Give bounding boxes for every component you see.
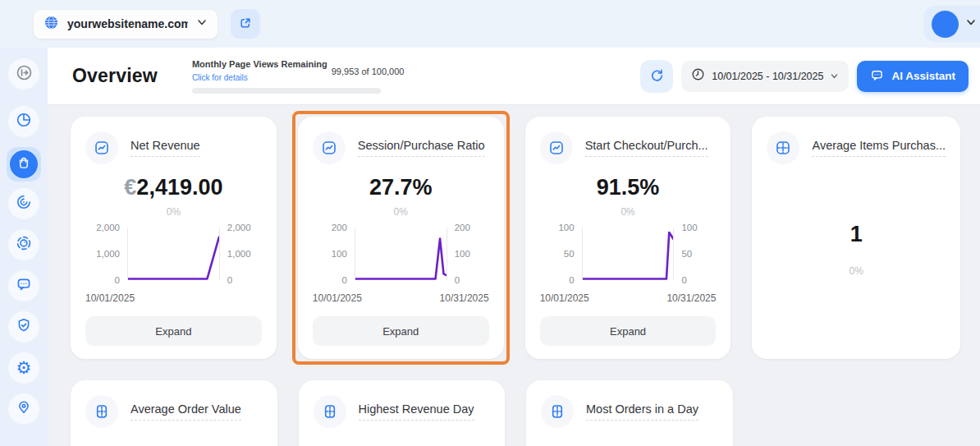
site-name: yourwebsitename.com [67, 17, 188, 30]
kpi-grid-row1: Net Revenue €2,419.00 0% 2,0001,0000 2,0… [71, 117, 960, 359]
y-axis-ticks-left: 2001000 [313, 222, 347, 286]
sidebar-item-performance[interactable] [8, 188, 39, 219]
y-axis-ticks-left: 2,0001,0000 [85, 222, 120, 286]
mini-chart: 100500 100500 10/01/202510/31/2025 [540, 228, 717, 304]
app-window: yourwebsitename.com [0, 0, 980, 446]
kpi-delta: 0% [540, 206, 717, 218]
chart-plot [355, 228, 447, 280]
kpi-value: 1 [767, 222, 946, 247]
card-net-revenue: Net Revenue €2,419.00 0% 2,0001,0000 2,0… [71, 117, 277, 359]
chevron-down-icon [196, 16, 208, 31]
kpi-grid-row2: Average Order Value Highest Revenue Day … [71, 380, 960, 446]
table-grid-icon [541, 395, 574, 428]
quota-progress-bar [192, 88, 381, 94]
table-grid-icon [314, 395, 346, 428]
card-most-orders-in-a-day: Most Orders in a Day [526, 380, 733, 446]
x-axis-labels: 10/01/202510/31/2025 [540, 292, 717, 304]
gauge-icon [16, 194, 32, 214]
open-site-button[interactable] [231, 9, 260, 39]
card-title[interactable]: Average Items Purchas... [812, 139, 946, 157]
page-views-quota: Monthly Page Views Remaining Click for d… [192, 59, 382, 94]
card-highest-revenue-day: Highest Revenue Day [299, 380, 506, 446]
ai-assistant-label: AI Assistant [891, 70, 955, 82]
sidebar-item-orders[interactable] [7, 147, 41, 182]
line-chart-icon [85, 131, 118, 164]
y-axis-ticks-left: 100500 [540, 222, 575, 286]
page-header: Overview Monthly Page Views Remaining Cl… [48, 48, 980, 105]
mini-chart: 2,0001,0000 2,0001,0000 10/01/2025 [85, 228, 262, 304]
highlight-frame: Session/Purchase Ratio 27.7% 0% 2001000 … [292, 111, 510, 365]
globe-icon [44, 15, 59, 34]
page-title: Overview [72, 65, 158, 87]
kpi-delta: 0% [767, 265, 946, 277]
card-title[interactable]: Start Checkout/Purch... [585, 139, 708, 157]
kpi-value: 27.7% [313, 175, 489, 200]
sidebar-item-locations[interactable] [8, 393, 39, 425]
mini-chart: 2001000 2001000 10/01/202510/31/2025 [313, 228, 489, 304]
scan-focus-icon [16, 235, 32, 255]
quota-details-link[interactable]: Click for details [192, 73, 248, 82]
sidebar-item-security[interactable] [8, 311, 39, 343]
kpi-value: €2,419.00 [85, 175, 262, 200]
quota-progress-fill [192, 88, 381, 94]
account-menu[interactable] [923, 6, 980, 42]
external-link-icon [238, 16, 253, 33]
y-axis-ticks-right: 100500 [681, 222, 716, 286]
table-grid-icon [85, 395, 118, 428]
card-title[interactable]: Most Orders in a Day [586, 402, 698, 421]
shield-check-icon [16, 317, 32, 337]
sidebar-nav: ⚙ [0, 48, 48, 446]
card-start-checkout-ratio: Start Checkout/Purch... 91.5% 0% 100500 … [525, 117, 731, 359]
top-bar: yourwebsitename.com [0, 0, 980, 48]
chat-bubble-icon [870, 68, 884, 85]
card-average-items-purchased: Average Items Purchas... 1 0% [752, 117, 960, 359]
kpi-value: 91.5% [540, 175, 717, 200]
chart-plot [127, 228, 220, 280]
active-indicator [10, 150, 38, 178]
dashboard-content: Net Revenue €2,419.00 0% 2,0001,0000 2,0… [48, 105, 980, 446]
date-range-value: 10/01/2025 - 10/31/2025 [712, 71, 823, 82]
card-title[interactable]: Average Order Value [131, 402, 241, 421]
chat-bubble-icon [16, 276, 32, 296]
grid-icon [767, 131, 799, 164]
y-axis-ticks-right: 2001000 [455, 222, 489, 286]
gear-icon: ⚙ [16, 360, 32, 377]
date-range-picker[interactable]: 10/01/2025 - 10/31/2025 [681, 61, 849, 92]
card-title[interactable]: Highest Revenue Day [359, 402, 474, 421]
kpi-delta: 0% [313, 206, 489, 218]
chevron-down-icon [830, 69, 839, 84]
line-chart-icon [540, 131, 573, 164]
currency-symbol: € [124, 175, 136, 200]
kpi-delta: 0% [85, 206, 262, 218]
clock-icon [691, 67, 705, 85]
refresh-button[interactable] [640, 60, 673, 93]
ai-assistant-button[interactable]: AI Assistant [857, 61, 969, 92]
chart-plot [582, 228, 675, 280]
quota-value: 99,953 of 100,000 [332, 67, 405, 84]
card-title[interactable]: Net Revenue [131, 139, 200, 157]
quota-label: Monthly Page Views Remaining [192, 59, 327, 69]
sidebar-item-chat[interactable] [8, 270, 39, 301]
card-average-order-value: Average Order Value [71, 380, 277, 446]
sidebar-item-tracking[interactable] [8, 229, 39, 260]
shopping-bag-icon [16, 155, 31, 173]
refresh-icon [649, 67, 665, 85]
chevron-down-icon [965, 16, 977, 31]
pie-chart-icon [16, 112, 32, 131]
expand-button[interactable]: Expand [540, 316, 717, 346]
card-session-purchase-ratio: Session/Purchase Ratio 27.7% 0% 2001000 … [298, 117, 504, 359]
expand-button[interactable]: Expand [313, 316, 489, 346]
sidebar-item-settings[interactable]: ⚙ [8, 352, 39, 384]
location-pin-icon [16, 399, 32, 419]
amount: 2,419.00 [136, 175, 222, 200]
x-axis-labels: 10/01/2025 [85, 292, 262, 304]
avatar [932, 11, 959, 38]
sidebar-item-collapse[interactable] [8, 58, 39, 90]
site-selector[interactable]: yourwebsitename.com [33, 9, 218, 39]
y-axis-ticks-right: 2,0001,0000 [227, 222, 262, 286]
sidebar-item-analytics[interactable] [8, 106, 39, 137]
card-title[interactable]: Session/Purchase Ratio [358, 139, 485, 157]
line-chart-icon [313, 131, 346, 164]
x-axis-labels: 10/01/202510/31/2025 [313, 292, 489, 304]
expand-button[interactable]: Expand [85, 316, 262, 346]
